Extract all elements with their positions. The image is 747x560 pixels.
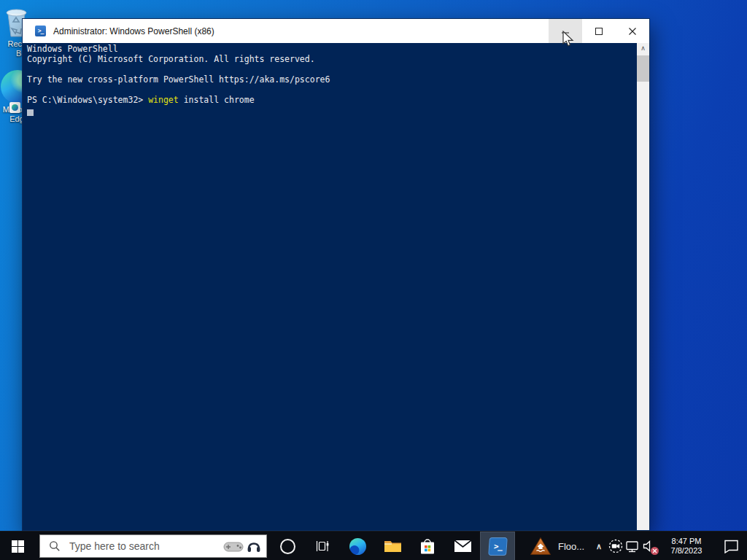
cortana-icon [280, 539, 295, 554]
search-highlight-art [222, 538, 262, 554]
close-icon [628, 27, 637, 36]
shortcut-arrow-badge [9, 102, 20, 113]
taskbar-powershell-button[interactable]: >_ [480, 532, 515, 560]
terminal-prompt-line: PS C:\Windows\system32> winget install c… [27, 95, 637, 105]
search-box[interactable] [39, 534, 267, 558]
taskbar-cortana-button[interactable] [270, 532, 305, 560]
network-icon [624, 540, 640, 553]
taskbar-file-explorer-button[interactable] [375, 532, 410, 560]
taskbar-task-view-button[interactable] [305, 532, 340, 560]
terminal-line: Windows PowerShell [27, 44, 637, 54]
taskbar-clock[interactable]: 8:47 PM 7/8/2023 [664, 537, 709, 556]
game-controller-icon [222, 539, 244, 553]
meet-now-icon [608, 538, 624, 554]
system-tray: ∧ [591, 532, 747, 560]
taskbar-edge-button[interactable] [340, 532, 375, 560]
mail-icon [454, 540, 472, 553]
command-text: winget [148, 95, 179, 105]
powershell-icon: >_ [35, 26, 46, 36]
powershell-icon: >_ [488, 537, 508, 556]
search-input[interactable] [68, 540, 222, 553]
close-button[interactable] [616, 19, 649, 43]
windows-logo-icon [12, 540, 24, 553]
window-titlebar[interactable]: >_ Administrator: Windows PowerShell (x8… [23, 19, 649, 43]
terminal-line: Copyright (C) Microsoft Corporation. All… [27, 54, 637, 64]
microsoft-store-icon [419, 537, 436, 555]
hidden-icons-chevron[interactable]: ∧ [591, 542, 607, 551]
terminal-scrollbar[interactable]: ∧ [637, 43, 649, 530]
terminal-line: Try the new cross-platform PowerShell ht… [27, 74, 637, 85]
action-center-button[interactable] [722, 539, 740, 553]
terminal-line [27, 64, 637, 74]
desktop: Recycle Bin Microsoft Edge >_ Administra… [0, 0, 747, 560]
scrollbar-thumb[interactable] [637, 55, 649, 82]
clock-date: 7/8/2023 [664, 546, 709, 556]
terminal-cursor [27, 109, 34, 116]
window-title: Administrator: Windows PowerShell (x86) [53, 26, 214, 36]
mouse-cursor [562, 31, 574, 48]
file-explorer-icon [384, 539, 402, 553]
edge-icon [349, 538, 366, 555]
headphones-icon [246, 538, 262, 554]
clock-time: 8:47 PM [664, 537, 709, 546]
terminal-line [27, 85, 637, 95]
news-widget-label: Floo... [558, 541, 584, 552]
command-args-text: install chrome [179, 95, 255, 105]
taskbar-mail-button[interactable] [445, 532, 480, 560]
maximize-icon [595, 27, 603, 36]
action-center-icon [722, 539, 740, 553]
network-button[interactable] [624, 540, 640, 553]
news-widget[interactable]: Floo... [525, 532, 589, 560]
powershell-window: >_ Administrator: Windows PowerShell (x8… [22, 18, 650, 531]
volume-button[interactable] [640, 540, 658, 553]
meet-now-button[interactable] [607, 538, 624, 554]
maximize-button[interactable] [582, 19, 616, 43]
taskbar: >_ Floo... ∧ [0, 531, 747, 560]
start-button[interactable] [0, 532, 35, 560]
mute-badge-icon [651, 547, 659, 555]
taskbar-store-button[interactable] [410, 532, 445, 560]
flood-warning-icon [530, 537, 551, 556]
scroll-up-arrow-icon[interactable]: ∧ [637, 43, 649, 55]
prompt-text: PS C:\Windows\system32> [27, 95, 148, 105]
task-view-icon [315, 540, 330, 553]
terminal-output[interactable]: Windows PowerShell Copyright (C) Microso… [23, 43, 637, 530]
search-icon [49, 540, 61, 552]
